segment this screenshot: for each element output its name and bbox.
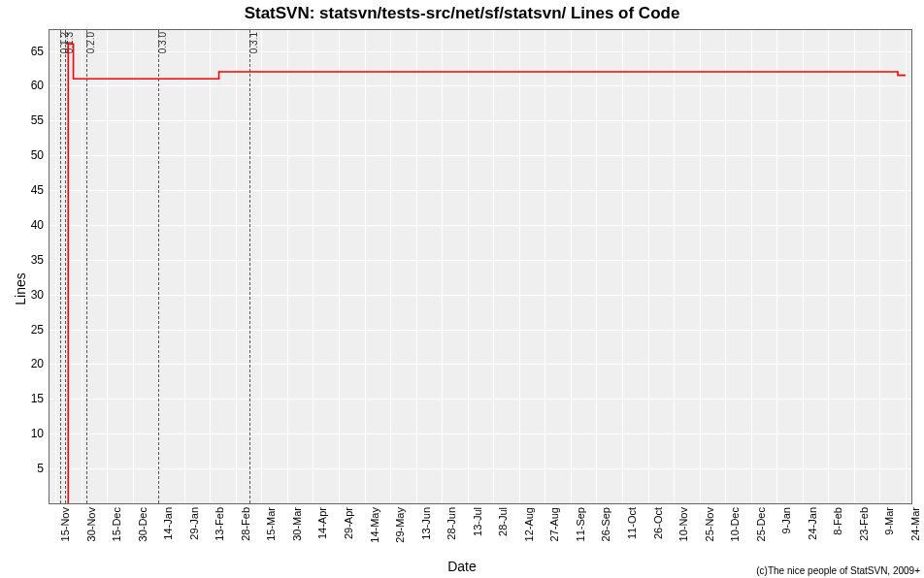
x-tick-label: 11-Sep	[575, 507, 586, 541]
x-tick-label: 10-Nov	[677, 507, 689, 541]
x-tick-label: 11-Oct	[626, 507, 638, 539]
x-tick-label: 15-Mar	[265, 507, 277, 541]
y-tick-label: 35	[31, 253, 44, 267]
x-tick-label: 29-Apr	[343, 507, 354, 539]
chart-title: StatSVN: statsvn/tests-src/net/sf/statsv…	[0, 4, 924, 23]
x-tick-label: 13-Feb	[214, 507, 225, 541]
x-tick-label: 8-Feb	[832, 507, 843, 535]
x-tick-label: 26-Oct	[652, 507, 664, 539]
x-tick-label: 30-Dec	[137, 507, 148, 541]
y-axis-label: Lines	[13, 273, 28, 305]
x-tick-label: 24-Jan	[807, 507, 818, 540]
y-tick-label: 45	[31, 183, 44, 197]
x-tick-label: 26-Sep	[600, 507, 611, 541]
y-tick-label: 50	[31, 148, 44, 162]
y-tick-label: 5	[37, 462, 44, 475]
x-tick-label: 12-Aug	[523, 507, 535, 541]
x-tick-label: 14-Jan	[162, 507, 174, 540]
x-tick-label: 23-Feb	[858, 507, 870, 541]
y-tick-label: 10	[31, 427, 44, 440]
chart-container: StatSVN: statsvn/tests-src/net/sf/statsv…	[0, 0, 924, 578]
x-tick-label: 14-Apr	[316, 507, 328, 539]
x-tick-label: 29-Jan	[188, 507, 200, 540]
series-line	[68, 44, 906, 503]
y-tick-label: 60	[31, 79, 44, 92]
x-tick-label: 15-Dec	[111, 507, 122, 541]
series-svg	[50, 30, 911, 503]
y-tick-label: 20	[31, 357, 44, 370]
x-tick-label: 15-Nov	[59, 507, 71, 541]
y-tick-label: 55	[31, 113, 44, 127]
x-tick-label: 28-Feb	[240, 507, 251, 541]
x-tick-label: 29-May	[394, 507, 406, 543]
x-tick-label: 28-Jun	[446, 507, 457, 540]
y-tick-label: 15	[31, 392, 44, 405]
x-tick-label: 27-Aug	[548, 507, 560, 541]
x-tick-label: 30-Nov	[85, 507, 97, 541]
y-tick-label: 25	[31, 323, 44, 337]
x-tick-label: 13-Jul	[472, 507, 483, 536]
y-tick-label: 65	[31, 45, 44, 58]
credit-text: (c)The nice people of StatSVN, 2009+	[756, 565, 920, 576]
y-tick-label: 40	[31, 218, 44, 232]
x-tick-label: 9-Jan	[780, 507, 792, 534]
x-tick-label: 24-Mar	[909, 507, 921, 541]
x-tick-label: 30-Mar	[291, 507, 303, 541]
x-tick-label: 25-Nov	[704, 507, 715, 541]
x-tick-label: 28-Jul	[497, 507, 509, 536]
x-tick-label: 9-Mar	[883, 507, 895, 535]
x-tick-label: 13-Jun	[420, 507, 432, 540]
x-tick-label: 14-May	[369, 507, 380, 543]
x-tick-label: 10-Dec	[729, 507, 741, 541]
y-tick-label: 30	[31, 288, 44, 302]
plot-area: 0.1.20.1.30.2.00.3.00.3.1 51015202530354…	[49, 29, 912, 504]
x-tick-label: 25-Dec	[755, 507, 767, 541]
